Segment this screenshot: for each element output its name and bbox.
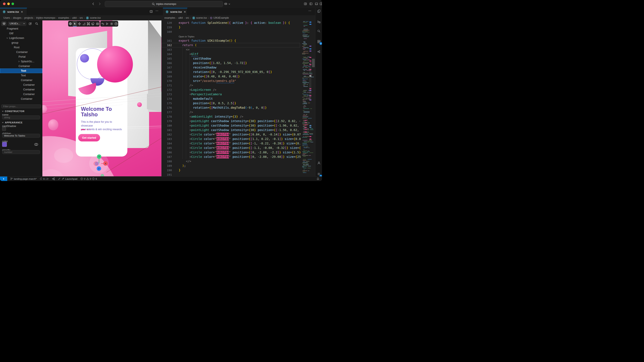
tree-item-container[interactable]: Container xyxy=(0,78,42,83)
toggle-bottom-panel-button[interactable] xyxy=(315,2,318,5)
copilot-icon[interactable] xyxy=(224,2,228,5)
opacity-input[interactable]: number xyxy=(2,150,40,154)
launchpad-item[interactable]: Launchpad xyxy=(58,178,77,180)
breadcrumb-item[interactable]: examples xyxy=(164,16,175,19)
nav-back-button[interactable] xyxy=(92,2,95,5)
section-appearance[interactable]: APPEARANCE xyxy=(2,121,22,124)
breadcrumb-item[interactable]: src xyxy=(186,16,189,19)
tree-item-container[interactable]: Container xyxy=(0,83,42,87)
activitybar-search-button[interactable] xyxy=(316,28,322,34)
tree-item-loginscreen[interactable]: LoginScreen xyxy=(0,36,42,40)
breadcrumb-item[interactable]: scene.tsx xyxy=(86,16,101,19)
traffic-light-zoom[interactable] xyxy=(12,2,14,5)
tree-item-container[interactable]: Container xyxy=(0,87,42,92)
remote-indicator[interactable] xyxy=(0,177,7,181)
git-branch-item[interactable]: landing-page-march* xyxy=(10,178,37,180)
traffic-light-minimize[interactable] xyxy=(7,2,10,5)
filter-props-input[interactable]: Filter props... xyxy=(1,104,41,108)
code-line-161[interactable]: 161export function UIKitExample() { xyxy=(162,38,300,43)
breadcrumb-item[interactable]: UIKitExample xyxy=(210,16,229,19)
code-line-191[interactable]: 191 xyxy=(162,173,300,176)
activitybar-extensions-button[interactable]: 2 xyxy=(316,39,322,44)
activitybar-gear-button[interactable]: 1 xyxy=(316,171,322,177)
problems-item[interactable]: 0 0 6 xyxy=(80,178,97,180)
cursor-tool-button[interactable] xyxy=(72,21,77,26)
tree-item-container[interactable]: Container xyxy=(0,50,42,54)
moon-tool-button[interactable] xyxy=(90,21,95,26)
tree-item-container[interactable]: Container xyxy=(0,97,42,101)
tree-item-text[interactable]: Text xyxy=(0,73,42,78)
code-line-188[interactable]: 188 </> xyxy=(162,159,300,164)
git-sync-item[interactable]: 0↓ 2↑ xyxy=(40,178,49,180)
activitybar-debug-button[interactable] xyxy=(316,19,322,24)
tree-item-splashsc[interactable]: SplashSc... xyxy=(0,59,42,64)
global-search-input[interactable]: triplex-monorepo xyxy=(105,1,223,7)
tree-item-fragment[interactable]: Fragment xyxy=(0,26,42,31)
chevron-down-icon[interactable] xyxy=(6,37,8,39)
component-select[interactable]: UIKitEx... xyxy=(8,21,26,26)
z-axis-handle[interactable]: Z xyxy=(97,166,101,171)
search-scene-button[interactable] xyxy=(35,22,38,25)
code-line-120[interactable]: 120export function SplashScene({ active … xyxy=(162,21,300,25)
get-started-button[interactable]: Get started xyxy=(78,134,100,142)
minimap[interactable] xyxy=(302,20,309,176)
breadcrumb-item[interactable]: uikit xyxy=(72,16,77,19)
breadcrumb-item[interactable]: triplex-monorepo xyxy=(36,16,55,19)
code-editor[interactable]: 120export function SplashScene({ active … xyxy=(162,20,315,176)
breadcrumb-item[interactable]: src xyxy=(80,16,83,19)
code-line-159[interactable]: 159} xyxy=(162,25,300,29)
close-icon[interactable]: ✕ xyxy=(20,10,24,13)
tree-item-root[interactable]: Root xyxy=(0,45,42,50)
pipeline-item[interactable] xyxy=(52,178,55,180)
code-line-162[interactable]: 162 return ( xyxy=(162,43,300,47)
move-tool-button[interactable] xyxy=(77,21,82,26)
section-constructor[interactable]: CONSTRUCTOR xyxy=(2,110,24,113)
code-line-160[interactable]: 160 xyxy=(162,29,300,34)
toggle-color-icon[interactable] xyxy=(34,143,38,146)
x-axis-handle[interactable]: X xyxy=(103,161,108,166)
customize-layout-button[interactable] xyxy=(304,2,307,5)
help-tool-button[interactable] xyxy=(114,21,118,26)
code-line-190[interactable]: 190} xyxy=(162,168,300,173)
layers-button[interactable] xyxy=(1,21,6,26)
castshadow-checkbox[interactable] xyxy=(2,127,6,131)
tree-item-portal[interactable]: Portal xyxy=(0,54,42,59)
tree-item-group[interactable]: group xyxy=(0,40,42,45)
toggle-left-panel-button[interactable] xyxy=(309,2,313,5)
tree-item-container[interactable]: Container xyxy=(0,92,42,97)
negative-y-handle[interactable] xyxy=(100,174,104,176)
play-tool-button[interactable] xyxy=(105,21,109,26)
activitybar-account-button[interactable] xyxy=(316,160,322,166)
color-swatch[interactable] xyxy=(2,142,7,147)
more-actions-button[interactable]: ⋯ xyxy=(308,9,311,12)
transform-tool-button[interactable] xyxy=(86,21,90,26)
traffic-light-close[interactable] xyxy=(3,2,6,5)
activitybar-files-button[interactable] xyxy=(316,8,322,14)
notifications-bell-icon[interactable] xyxy=(316,178,320,180)
breadcrumb-item[interactable]: projects xyxy=(24,16,33,19)
breadcrumb-item[interactable]: uikit xyxy=(178,16,183,19)
angle-tool-button[interactable] xyxy=(82,21,86,26)
activitybar-references-button[interactable] xyxy=(316,49,322,54)
breadcrumb-item[interactable]: Users xyxy=(4,16,10,19)
globe-tool-button[interactable] xyxy=(68,21,72,26)
nav-forward-button[interactable] xyxy=(98,2,101,5)
breadcrumb-item[interactable]: scene.tsx xyxy=(192,16,207,19)
more-actions-button[interactable]: ⋯ xyxy=(156,9,158,12)
code-lens[interactable]: Open in Triplex xyxy=(162,34,300,38)
tab-scene-right[interactable]: scene.tsx ✕ xyxy=(163,8,188,15)
scrollbar-thumb[interactable] xyxy=(312,59,315,67)
undo-tool-button[interactable] xyxy=(100,21,105,26)
gear-tool-button[interactable] xyxy=(109,21,114,26)
grid-tool-button[interactable] xyxy=(95,21,100,26)
negative-x-handle[interactable] xyxy=(94,162,98,166)
split-editor-button[interactable] xyxy=(150,10,153,13)
chevron-right-icon[interactable] xyxy=(18,60,20,62)
children-input[interactable]: Welcome To Talsho xyxy=(2,134,40,138)
tree-item-container[interactable]: Container xyxy=(0,64,42,68)
tree-item-gltf[interactable]: Gltf xyxy=(0,31,42,36)
breadcrumb-item[interactable]: examples xyxy=(58,16,69,19)
tree-item-text[interactable]: Text xyxy=(0,68,42,73)
3d-viewport[interactable]: Welcome ToTalsho This is the place for y… xyxy=(42,20,162,176)
chevron-down-icon[interactable] xyxy=(228,3,230,5)
